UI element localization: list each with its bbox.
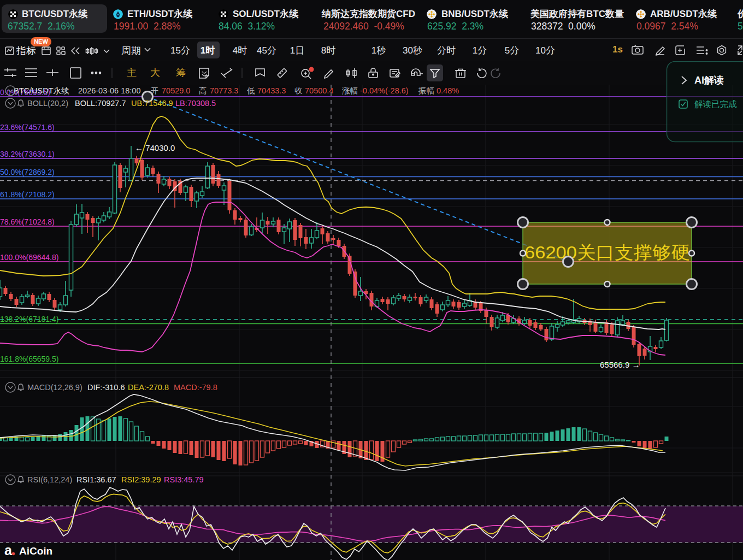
svg-text:161.8%(65659.5): 161.8%(65659.5)	[0, 355, 58, 363]
svg-text:BOLL(20,2)BOLL:70927.7UB:71546: BOLL(20,2)BOLL:70927.7UB:71546.9LB:70308…	[27, 99, 216, 108]
svg-text:38.2%(73630.1): 38.2%(73630.1)	[0, 150, 55, 158]
svg-text:61.8%(72108.2): 61.8%(72108.2)	[0, 190, 55, 199]
svg-text:138.2%(67181.4): 138.2%(67181.4)	[0, 315, 58, 323]
svg-text:66200关口支撑够硬: 66200关口支撑够硬	[524, 243, 690, 262]
svg-text:AiCoin: AiCoin	[19, 545, 52, 557]
svg-text:50.0%(72869.2): 50.0%(72869.2)	[0, 168, 55, 176]
svg-text:100.0%(69644.8): 100.0%(69644.8)	[0, 253, 58, 262]
svg-text:a: a	[4, 544, 13, 558]
svg-text:← 74030.0: ← 74030.0	[135, 143, 175, 152]
svg-text:78.6%(71024.8): 78.6%(71024.8)	[0, 217, 55, 226]
svg-text:解读已完成: 解读已完成	[694, 99, 737, 109]
svg-text:MACD(12,26,9)DIF:-310.6DEA:-27: MACD(12,26,9)DIF:-310.6DEA:-270.8MACD:-7…	[27, 383, 217, 392]
svg-text:RSI(6,12,24)RSI1:36.67RSI2:39.: RSI(6,12,24)RSI1:36.67RSI2:39.29RSI3:45.…	[27, 475, 204, 484]
svg-text:65566.9 →: 65566.9 →	[600, 360, 640, 369]
svg-text:23.6%(74571.6): 23.6%(74571.6)	[0, 123, 55, 132]
svg-text:BTC/USDT永续2026-03-06 18:00开705: BTC/USDT永续2026-03-06 18:00开70529.0高70773…	[14, 86, 459, 95]
